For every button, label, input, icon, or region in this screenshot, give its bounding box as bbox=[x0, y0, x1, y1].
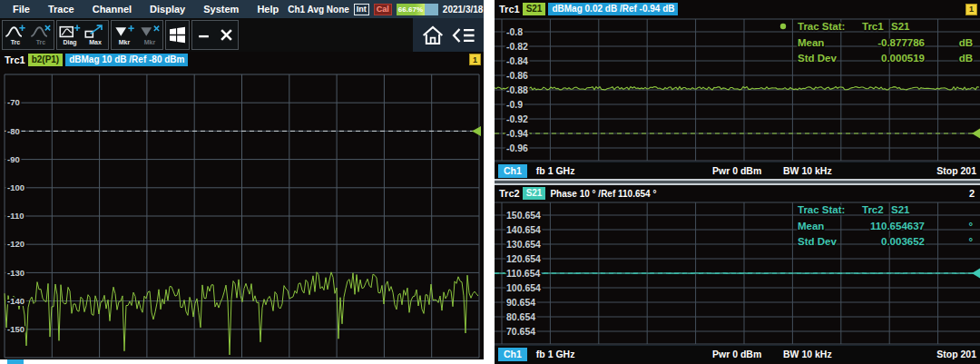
trace-stat-trace: Trc2 bbox=[862, 204, 884, 215]
trace-stat-param: S21 bbox=[891, 21, 910, 32]
trace-name[interactable]: Trc1 bbox=[499, 4, 520, 15]
s-parameter-badge[interactable]: S21 bbox=[523, 3, 546, 15]
y-axis-tick-label: -110 bbox=[7, 211, 24, 221]
status-area: Ch1 Avg None Int Cal 66.67% 2021/3/18 21… bbox=[288, 4, 524, 15]
menu-item-trace[interactable]: Trace bbox=[39, 4, 83, 15]
y-axis-tick-label: -90 bbox=[7, 154, 20, 164]
delete-marker-button[interactable]: Mkr bbox=[137, 21, 162, 49]
stat-unit: ° bbox=[968, 236, 973, 247]
stat-value: -0.877786 bbox=[877, 37, 925, 48]
trace-name[interactable]: Trc1 bbox=[5, 54, 25, 65]
trace-name[interactable]: Trc2 bbox=[499, 188, 520, 199]
window-number-badge: 1 bbox=[965, 4, 977, 15]
minimize-window-button[interactable] bbox=[192, 21, 215, 49]
trace1-header-row: Trc1 S21 dBMag 0.02 dB /Ref -0.94 dB 1 bbox=[495, 0, 980, 18]
delete-marker-icon bbox=[139, 25, 161, 38]
y-axis-tick-label: 150.654 bbox=[506, 210, 541, 221]
delete-trace-button[interactable]: Trc bbox=[28, 21, 54, 49]
trace-source-badge[interactable]: b2(P1) bbox=[28, 54, 64, 66]
maximize-diagram-button[interactable]: Max bbox=[83, 21, 108, 49]
y-axis-tick-label: -130 bbox=[7, 268, 24, 278]
collapse-menu-button[interactable] bbox=[452, 27, 475, 44]
menu-item-help[interactable]: Help bbox=[248, 4, 288, 15]
stat-label: Mean bbox=[798, 37, 824, 48]
trace-properties-badge[interactable]: dBMag 0.02 dB /Ref -0.94 dB bbox=[548, 3, 678, 15]
maximize-diagram-icon bbox=[84, 25, 106, 38]
toolbar-button-label: Trc bbox=[11, 39, 21, 45]
menu-item-display[interactable]: Display bbox=[141, 4, 194, 15]
power-info: Pwr 0 dBm bbox=[712, 349, 761, 359]
add-diagram-button[interactable]: Diag bbox=[57, 21, 83, 49]
sweep-progress-bar: 66.67% bbox=[397, 4, 438, 15]
y-axis-tick-label: -0.82 bbox=[506, 41, 528, 52]
y-axis-tick-label: -80 bbox=[7, 126, 20, 136]
menu-bar-items: FileTraceChannelDisplaySystemHelp bbox=[0, 4, 288, 15]
trace-line bbox=[495, 86, 979, 90]
reference-level-marker[interactable] bbox=[972, 129, 980, 139]
channel-badge[interactable]: Ch1 bbox=[498, 348, 527, 361]
menu-item-system[interactable]: System bbox=[194, 4, 248, 15]
vna-window-secondary: Trc1 S21 dBMag 0.02 dB /Ref -0.94 dB 1 -… bbox=[495, 0, 980, 364]
diagram-area-phase[interactable]: 150.654140.654130.654120.654110.654100.6… bbox=[495, 202, 980, 345]
windows-start-button[interactable] bbox=[166, 21, 189, 49]
y-axis-tick-label: 120.654 bbox=[506, 253, 541, 264]
toolbar-group bbox=[191, 20, 239, 50]
trace-stat-param: S21 bbox=[891, 204, 910, 215]
trace1-header-row: Trc1 b2(P1) dBMag 10 dB /Ref -80 dBm 1 bbox=[0, 52, 484, 67]
minimize-icon bbox=[197, 28, 211, 42]
stat-unit: dB bbox=[959, 53, 973, 64]
diagram-area-noise[interactable]: -70-80-90-100-110-120-130-140-150 bbox=[0, 67, 484, 359]
stat-label: Std Dev bbox=[798, 53, 837, 64]
trace-stat-trace: Trc1 bbox=[862, 21, 884, 32]
window-splitter-handle[interactable] bbox=[495, 179, 980, 185]
stat-label: Mean bbox=[798, 221, 824, 231]
add-trace-button[interactable]: Trc bbox=[3, 21, 28, 49]
add-marker-button[interactable]: Mkr bbox=[112, 21, 137, 49]
toolbar-group: MkrMkr bbox=[111, 20, 163, 50]
close-window-button[interactable] bbox=[215, 21, 238, 49]
bandwidth-info: BW 10 kHz bbox=[783, 165, 832, 176]
channel-badge[interactable]: Ch1 bbox=[498, 164, 527, 178]
y-axis-tick-label: 70.654 bbox=[506, 326, 535, 337]
trace2-header-row: Trc2 S21 Phase 10 ° /Ref 110.654 ° 2 bbox=[495, 185, 980, 202]
y-axis-tick-label: -140 bbox=[7, 296, 24, 306]
y-axis-tick-label: -0.92 bbox=[506, 113, 528, 124]
toolbar-button-label: Max bbox=[89, 39, 102, 45]
toolbar-button-label: Mkr bbox=[144, 39, 155, 45]
y-axis-tick-label: 90.654 bbox=[506, 297, 535, 308]
stimulus-info: fb 1 GHz bbox=[536, 165, 575, 176]
toolbar-group: TrcTrc bbox=[2, 20, 54, 50]
bandwidth-info: BW 10 kHz bbox=[783, 349, 832, 359]
y-axis-tick-label: -100 bbox=[7, 182, 24, 192]
delete-trace-icon bbox=[30, 25, 52, 38]
y-axis-tick-label: -70 bbox=[7, 97, 20, 107]
diagram-panel-1: Trc1 S21 dBMag 0.02 dB /Ref -0.94 dB 1 -… bbox=[495, 0, 980, 179]
add-diagram-icon bbox=[59, 25, 81, 38]
menu-item-channel[interactable]: Channel bbox=[83, 4, 141, 15]
stat-value: 0.003652 bbox=[881, 236, 925, 247]
channel-info-bar: Ch1 fb 1 GHz Pwr 0 dBm BW 10 kHz Stop 20… bbox=[495, 162, 980, 179]
y-axis-tick-label: -150 bbox=[7, 324, 24, 334]
y-axis-tick-label: 100.654 bbox=[506, 282, 541, 293]
toolbar-side-buttons bbox=[413, 18, 484, 52]
diagram-panel-2: Trc2 S21 Phase 10 ° /Ref 110.654 ° 2 150… bbox=[495, 185, 980, 362]
windows-logo-icon bbox=[169, 26, 186, 44]
y-axis-tick-label: 140.654 bbox=[506, 224, 541, 235]
y-axis-tick-label: -120 bbox=[7, 239, 24, 249]
menu-item-file[interactable]: File bbox=[4, 4, 39, 15]
home-button[interactable] bbox=[421, 25, 445, 45]
trace-stat-title: Trac Stat: bbox=[798, 204, 845, 215]
trace-stat-title: Trac Stat: bbox=[798, 21, 845, 32]
toolbar: TrcTrcDiagMaxMkrMkr bbox=[0, 18, 484, 52]
trace-properties-badge[interactable]: dBMag 10 dB /Ref -80 dBm bbox=[65, 54, 188, 66]
diagram-area-magnitude[interactable]: -0.8-0.82-0.84-0.86-0.88-0.9-0.92-0.94-0… bbox=[495, 18, 980, 162]
stimulus-info: fb 1 GHz bbox=[536, 349, 575, 359]
y-axis-tick-label: -0.86 bbox=[506, 70, 528, 81]
window-number-badge: 1 bbox=[469, 54, 481, 65]
stop-frequency-info: Stop 201 bbox=[936, 349, 976, 359]
cal-status-badge: Cal bbox=[374, 4, 392, 15]
sweep-progress-label: 66.67% bbox=[398, 5, 423, 14]
trace-properties-text[interactable]: Phase 10 ° /Ref 110.654 ° bbox=[548, 189, 656, 199]
reference-level-marker[interactable] bbox=[472, 126, 481, 136]
s-parameter-badge[interactable]: S21 bbox=[523, 187, 546, 200]
